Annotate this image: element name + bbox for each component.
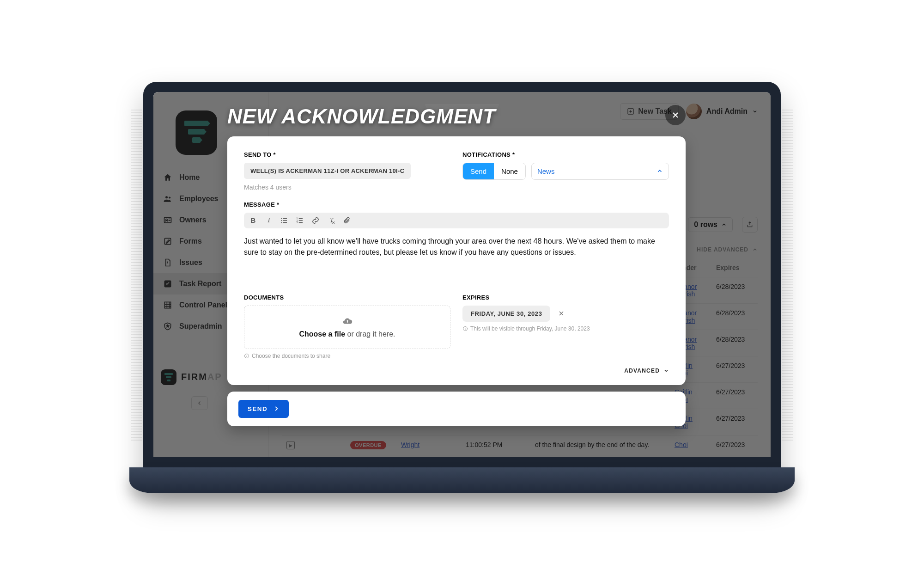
svg-rect-12: [283, 220, 287, 221]
send-to-chip[interactable]: WELL(S) IS ACKERMAN 11Z-I OR ACKERMAN 10…: [244, 163, 411, 179]
message-textarea[interactable]: [244, 236, 669, 280]
italic-icon[interactable]: I: [264, 216, 274, 224]
svg-point-8: [281, 218, 282, 219]
notif-none-button[interactable]: None: [494, 163, 525, 179]
send-button[interactable]: SEND: [238, 400, 289, 418]
close-button[interactable]: [665, 105, 686, 125]
notifications-dropdown[interactable]: News: [531, 163, 669, 180]
clear-date-button[interactable]: [558, 310, 565, 317]
advanced-toggle[interactable]: ADVANCED: [244, 368, 669, 374]
bullet-list-icon[interactable]: [280, 216, 289, 225]
svg-rect-11: [283, 218, 287, 219]
documents-hint: Choose the documents to share: [244, 353, 450, 359]
notifications-label: NOTIFICATIONS *: [462, 151, 669, 158]
modal-form-card: SEND TO * WELL(S) IS ACKERMAN 11Z-I OR A…: [227, 136, 686, 385]
file-dropzone[interactable]: Choose a file or drag it here.: [244, 306, 450, 349]
notif-send-button[interactable]: Send: [463, 163, 494, 179]
numbered-list-icon[interactable]: 123: [296, 216, 305, 225]
svg-rect-13: [283, 222, 287, 223]
send-to-label: SEND TO *: [244, 151, 450, 158]
bold-icon[interactable]: B: [249, 216, 258, 224]
attachment-icon[interactable]: [343, 217, 352, 224]
modal: SEND TO * WELL(S) IS ACKERMAN 11Z-I OR A…: [227, 136, 686, 426]
dropdown-value: News: [537, 167, 555, 175]
svg-rect-19: [299, 222, 303, 223]
send-to-hint: Matches 4 users: [244, 184, 450, 191]
svg-point-9: [281, 220, 282, 221]
documents-label: DOCUMENTS: [244, 294, 450, 301]
expires-label: EXPIRES: [462, 294, 669, 301]
expires-date-chip[interactable]: FRIDAY, JUNE 30, 2023: [462, 306, 550, 322]
clear-format-icon[interactable]: T✕: [327, 216, 336, 224]
svg-text:3: 3: [297, 221, 298, 224]
modal-footer-card: SEND: [227, 392, 686, 426]
expires-hint: This will be visible through Friday, Jun…: [462, 325, 669, 332]
svg-point-10: [281, 222, 282, 223]
editor-toolbar: B I 123 T✕: [244, 213, 669, 228]
notifications-toggle: Send None: [462, 163, 526, 180]
cloud-upload-icon: [341, 316, 353, 326]
message-label: MESSAGE *: [244, 201, 669, 208]
svg-rect-18: [299, 220, 303, 221]
chevron-up-icon: [657, 168, 663, 174]
svg-rect-17: [299, 218, 303, 219]
link-icon[interactable]: [311, 216, 321, 225]
